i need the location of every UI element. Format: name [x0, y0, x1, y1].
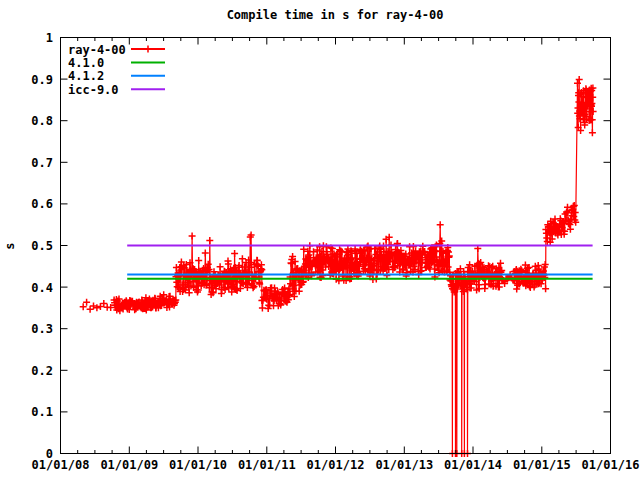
legend-label-ray-4-00: ray-4-00: [68, 43, 126, 57]
y-tick-label: 0.6: [31, 197, 53, 211]
y-tick-label: 1: [46, 31, 53, 45]
y-tick-label: 0.1: [31, 405, 53, 419]
x-tick-label: 01/01/11: [238, 458, 296, 472]
x-tick-label: 01/01/15: [513, 458, 571, 472]
y-tick-label: 0.4: [31, 281, 53, 295]
y-tick-label: 0.7: [31, 156, 53, 170]
legend-label-icc-9.0: icc-9.0: [68, 83, 119, 97]
series-ray-4-00-points: [80, 76, 597, 457]
x-tick-label: 01/01/14: [444, 458, 502, 472]
compile-time-chart: Compile time in s for ray-4-00 s 01/01/0…: [0, 0, 640, 480]
chart-title: Compile time in s for ray-4-00: [227, 8, 444, 22]
x-tick-label: 01/01/13: [375, 458, 433, 472]
y-tick-label: 0.5: [31, 239, 53, 253]
x-tick-label: 01/01/10: [169, 458, 227, 472]
legend-label-4.1.0: 4.1.0: [68, 56, 104, 70]
x-tick-label: 01/01/12: [307, 458, 365, 472]
y-tick-label: 0.2: [31, 364, 53, 378]
legend-marker-plus-icon: [145, 46, 152, 53]
y-tick-label: 0.3: [31, 322, 53, 336]
y-axis-label: s: [3, 242, 17, 249]
x-tick-label: 01/01/09: [100, 458, 158, 472]
y-tick-label: 0.8: [31, 114, 53, 128]
x-tick-label: 01/01/08: [32, 458, 90, 472]
y-tick-label: 0.9: [31, 73, 53, 87]
x-tick-label: 01/01/16: [582, 458, 640, 472]
screenshot-root: Compile time in s for ray-4-00 s 01/01/0…: [0, 0, 640, 480]
legend-label-4.1.2: 4.1.2: [68, 69, 104, 83]
plot-area: 01/01/0801/01/0901/01/1001/01/1101/01/12…: [31, 31, 639, 472]
y-tick-label: 0: [46, 447, 53, 461]
